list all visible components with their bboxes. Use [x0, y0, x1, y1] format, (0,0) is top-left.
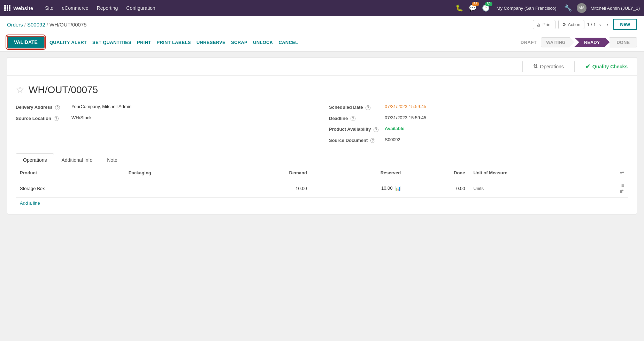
add-line-button[interactable]: Add a line [16, 198, 44, 209]
bug-icon-btn[interactable]: 🐛 [454, 3, 465, 13]
row-action-icons: ≡ 🗑 [607, 179, 628, 198]
form-left-col: Delivery Address ? YourCompany, Mitchell… [16, 104, 315, 148]
user-label: Mitchell Admin (JULY_1) [591, 6, 640, 11]
col-demand: Demand [225, 166, 311, 179]
app-logo[interactable]: Website [4, 5, 37, 11]
prev-button[interactable]: ‹ [597, 21, 603, 28]
arrows-icon: ⇅ [533, 63, 538, 70]
printer-icon: 🖨 [537, 22, 541, 27]
draft-status-label: DRAFT [521, 40, 537, 45]
tab-operations[interactable]: Operations [16, 153, 54, 166]
scheduled-date-field: Scheduled Date ? 07/31/2023 15:59:45 [329, 104, 628, 110]
deadline-help[interactable]: ? [351, 116, 355, 121]
header-divider2 [574, 61, 575, 72]
unreserve-button[interactable]: UNRESERVE [196, 38, 226, 46]
source-location-value: WH/Stock [71, 115, 92, 120]
product-availability-field: Product Availability ? Available [329, 126, 628, 132]
status-ready[interactable]: READY [574, 38, 610, 47]
scheduled-date-help[interactable]: ? [366, 105, 370, 110]
validate-button[interactable]: VALIDATE [7, 36, 45, 48]
scrap-button[interactable]: SCRAP [230, 38, 248, 46]
row-demand: 10.00 [225, 179, 311, 198]
operations-table: Product Packaging Demand Reserved Done U… [16, 166, 628, 198]
action-label: Action [568, 22, 580, 27]
source-location-field: Source Location ? WH/Stock [16, 115, 315, 121]
breadcrumb-s00092[interactable]: S00092 [27, 22, 45, 28]
cancel-button[interactable]: CANCEL [278, 38, 299, 46]
action-button[interactable]: ⚙ Action [558, 20, 584, 29]
product-availability-help[interactable]: ? [374, 127, 378, 132]
favorite-star-icon[interactable]: ☆ [16, 84, 24, 96]
print-button[interactable]: 🖨 Print [533, 20, 556, 29]
tab-additional-info[interactable]: Additional Info [54, 153, 100, 166]
header-divider1 [522, 61, 523, 72]
form-main-title: WH/OUT/00075 [29, 84, 98, 96]
breadcrumb-right-actions: 🖨 Print ⚙ Action 1 / 1 ‹ › New [533, 19, 637, 30]
tabs-row: Operations Additional Info Note [16, 153, 628, 166]
main-content: ⇅ Operations ✔ Quality Checks ☆ WH/OUT/0… [0, 52, 644, 220]
delivery-address-value: YourCompany, Mitchell Admin [71, 104, 131, 109]
product-availability-value: Available [385, 126, 405, 131]
print-doc-button[interactable]: PRINT [136, 38, 152, 46]
source-location-label: Source Location ? [16, 115, 71, 121]
delivery-address-label: Delivery Address ? [16, 104, 71, 110]
top-navigation: Website Site eCommerce Reporting Configu… [0, 0, 644, 16]
status-done[interactable]: DONE [610, 37, 637, 47]
nav-item-configuration[interactable]: Configuration [123, 4, 159, 12]
row-delete-icon[interactable]: 🗑 [619, 188, 624, 194]
company-label: My Company (San Francisco) [497, 6, 557, 11]
status-waiting[interactable]: WAITING [541, 37, 574, 47]
card-header-bar: ⇅ Operations ✔ Quality Checks [7, 58, 637, 76]
source-document-label: Source Document ? [329, 137, 385, 143]
operations-header-label: Operations [540, 64, 564, 69]
operations-header-btn[interactable]: ⇅ Operations [530, 61, 567, 72]
nav-item-site[interactable]: Site [41, 4, 57, 12]
nav-item-reporting[interactable]: Reporting [93, 4, 122, 12]
source-document-field: Source Document ? S00092 [329, 137, 628, 143]
source-location-help[interactable]: ? [54, 116, 59, 121]
activity-icon-btn[interactable]: 🕐 50 [481, 3, 491, 13]
row-detail-icon[interactable]: ≡ [621, 183, 624, 188]
next-button[interactable]: › [605, 21, 611, 28]
tab-note[interactable]: Note [100, 153, 125, 166]
new-button[interactable]: New [613, 19, 637, 30]
messages-badge: 52 [472, 2, 479, 6]
col-product: Product [16, 166, 124, 179]
trend-icon: 📊 [395, 186, 401, 191]
delivery-address-help[interactable]: ? [55, 105, 60, 110]
breadcrumb-sep2: / [47, 22, 48, 28]
deadline-value: 07/31/2023 15:59:45 [385, 115, 426, 120]
print-labels-button[interactable]: PRINT LABELS [156, 38, 191, 46]
quality-alert-button[interactable]: QUALITY ALERT [49, 38, 87, 46]
col-unit: Unit of Measure [469, 166, 608, 179]
row-packaging [124, 179, 225, 198]
breadcrumb-orders[interactable]: Orders [7, 22, 23, 28]
row-reserved: 10.00 📊 [311, 179, 405, 198]
table-settings-icon[interactable]: ⇌ [620, 170, 624, 175]
source-document-value: S00092 [385, 137, 400, 142]
print-label: Print [543, 22, 552, 27]
settings-icon[interactable]: 🔧 [564, 4, 572, 12]
col-packaging: Packaging [124, 166, 225, 179]
set-quantities-button[interactable]: SET QUANTITIES [92, 38, 132, 46]
unlock-button[interactable]: UNLOCK [252, 38, 274, 46]
avatar[interactable]: MA [577, 3, 586, 13]
row-unit: Units [469, 179, 608, 198]
col-done: Done [405, 166, 469, 179]
product-availability-label: Product Availability ? [329, 126, 385, 132]
quality-checks-label: Quality Checks [592, 64, 628, 69]
breadcrumb-current: WH/OUT/00075 [49, 22, 87, 28]
nav-icons-group: 🐛 💬 52 🕐 50 My Company (San Francisco) 🔧… [454, 3, 640, 13]
scheduled-date-value: 07/31/2023 15:59:45 [385, 104, 426, 109]
breadcrumb-bar: Orders / S00092 / WH/OUT/00075 🖨 Print ⚙… [0, 16, 644, 33]
quality-checks-header-btn[interactable]: ✔ Quality Checks [582, 61, 631, 73]
status-bar: WAITING READY DONE [541, 37, 637, 47]
deadline-label: Deadline ? [329, 115, 385, 121]
source-document-help[interactable]: ? [370, 138, 375, 143]
app-title: Website [13, 5, 33, 11]
nav-item-ecommerce[interactable]: eCommerce [58, 4, 92, 12]
messages-icon-btn[interactable]: 💬 52 [467, 3, 478, 13]
form-title-row: ☆ WH/OUT/00075 [16, 84, 628, 96]
breadcrumb: Orders / S00092 / WH/OUT/00075 [7, 22, 533, 28]
col-reserved: Reserved [311, 166, 405, 179]
